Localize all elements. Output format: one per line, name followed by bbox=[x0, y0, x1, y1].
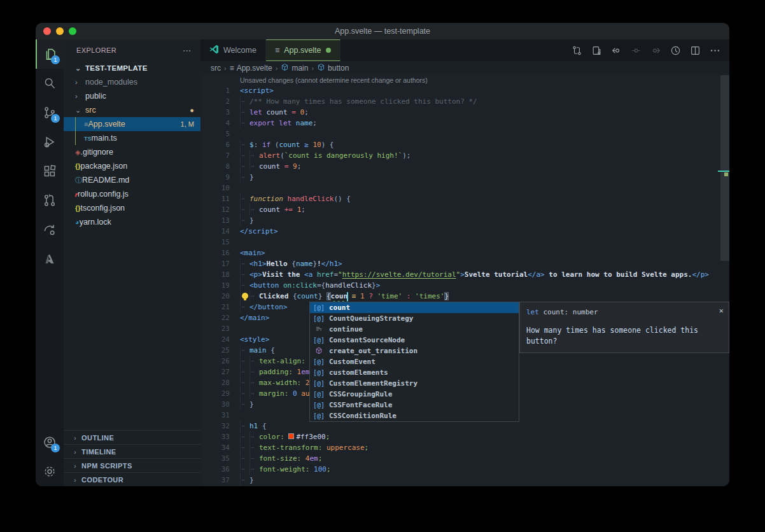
breadcrumb-item-button[interactable]: button bbox=[317, 63, 349, 73]
code-line-5[interactable]: 5 bbox=[200, 129, 729, 139]
code-line-18[interactable]: 18→<p>Visit the <a href="https://svelte.… bbox=[200, 269, 729, 280]
tree-item--gitignore[interactable]: ◈.gitignore bbox=[64, 145, 200, 159]
timeline-icon[interactable] bbox=[668, 43, 682, 57]
modified-dot-icon[interactable] bbox=[326, 48, 331, 53]
code-line-36[interactable]: 36→→font-weight: 100; bbox=[200, 464, 729, 475]
token: 0 bbox=[293, 389, 301, 398]
live-share-icon[interactable] bbox=[36, 215, 64, 244]
token: : bbox=[301, 357, 309, 365]
suggestion-countqueuingstrategy[interactable]: [@]CountQueuingStrategy bbox=[310, 313, 519, 324]
code-line-14[interactable]: 14</script> bbox=[200, 226, 729, 237]
token: 'times' bbox=[415, 292, 444, 300]
json-file-icon: {} bbox=[75, 204, 81, 213]
code-line-2[interactable]: 2→/** How many times has someone clicked… bbox=[200, 96, 729, 107]
code-line-17[interactable]: 17→<h1>Hello {name}!</h1> bbox=[200, 258, 729, 269]
git-status-badge: 1, M bbox=[181, 120, 194, 128]
codelens-annotation[interactable]: Unsaved changes (cannot determine recent… bbox=[200, 75, 729, 85]
split-editor-icon[interactable] bbox=[688, 43, 702, 57]
extensions-icon[interactable] bbox=[36, 157, 64, 186]
color-swatch[interactable] bbox=[288, 433, 294, 439]
code-editor[interactable]: Unsaved changes (cannot determine recent… bbox=[200, 75, 729, 486]
symbol-cube-icon bbox=[317, 63, 325, 73]
suggestion-cssconditionrule[interactable]: [@]CSSConditionRule bbox=[310, 410, 519, 421]
sidebar-panel-outline[interactable]: ›OUTLINE bbox=[64, 430, 200, 444]
suggestion-customelements[interactable]: [@]customElements bbox=[310, 367, 519, 378]
code-line-20[interactable]: 20→→Clicked {count} {coun ≡ 1 ? 'time' :… bbox=[200, 291, 729, 302]
code-line-35[interactable]: 35→→font-size: 4em; bbox=[200, 453, 729, 464]
tree-item-rollup-config-js[interactable]: 𝙧rollup.config.js bbox=[64, 187, 200, 201]
token: } bbox=[249, 173, 254, 181]
pull-requests-icon[interactable] bbox=[36, 186, 64, 215]
tree-item-readme-md[interactable]: ⓘREADME.md bbox=[64, 173, 200, 187]
previous-change-icon[interactable] bbox=[609, 43, 623, 57]
sidebar-panel-codetour[interactable]: ›CODETOUR bbox=[64, 472, 200, 486]
azure-icon[interactable] bbox=[36, 244, 64, 274]
code-line-7[interactable]: 7→→alert(`count is dangerously high!`); bbox=[200, 150, 729, 161]
code-line-16[interactable]: 16<main> bbox=[200, 248, 729, 258]
source-control-icon[interactable]: 1 bbox=[36, 98, 64, 127]
breadcrumb-item-main[interactable]: main bbox=[281, 63, 308, 73]
token: ; bbox=[297, 162, 302, 171]
sidebar-panel-npm-scripts[interactable]: ›NPM SCRIPTS bbox=[64, 458, 200, 472]
more-actions-icon[interactable] bbox=[708, 43, 722, 57]
code-line-11[interactable]: 11→function handleClick() { bbox=[200, 193, 729, 204]
suggestion-customevent[interactable]: [@]CustomEvent bbox=[310, 356, 519, 367]
run-debug-icon[interactable] bbox=[36, 127, 64, 157]
tree-item-node-modules[interactable]: ›node_modules bbox=[64, 75, 200, 89]
code-line-10[interactable]: 10 bbox=[200, 183, 729, 193]
suggestion-customelementregistry[interactable]: [@]CustomElementRegistry bbox=[310, 378, 519, 389]
tree-item-yarn-lock[interactable]: ◕yarn.lock bbox=[64, 215, 200, 229]
suggestion-cssgroupingrule[interactable]: [@]CSSGroupingRule bbox=[310, 389, 519, 400]
code-line-4[interactable]: 4→export let name; bbox=[200, 118, 729, 129]
code-line-3[interactable]: 3→let count = 0; bbox=[200, 107, 729, 118]
tree-item-package-json[interactable]: {}package.json bbox=[64, 159, 200, 173]
line-number: 5 bbox=[200, 129, 230, 139]
line-number: 16 bbox=[200, 248, 230, 258]
tree-item-app-svelte[interactable]: ≡App.svelte1, M bbox=[64, 117, 200, 131]
source-control-compare-icon[interactable] bbox=[570, 43, 584, 57]
breadcrumb-item-app-svelte[interactable]: ≡App.svelte bbox=[230, 64, 272, 73]
tree-item-src[interactable]: ⌄src● bbox=[64, 103, 200, 117]
tab-app-svelte[interactable]: ≡App.svelte bbox=[266, 39, 340, 61]
code-line-33[interactable]: 33→→color: #ff3e00; bbox=[200, 431, 729, 442]
account-icon[interactable]: 1 bbox=[36, 428, 64, 457]
breadcrumb-item-src[interactable]: src bbox=[211, 64, 221, 73]
code-line-6[interactable]: 6→$: if (count ≥ 10) { bbox=[200, 139, 729, 150]
sidebar-panel-timeline[interactable]: ›TIMELINE bbox=[64, 444, 200, 458]
tab-welcome[interactable]: Welcome bbox=[200, 39, 266, 61]
line-number: 33 bbox=[200, 431, 230, 442]
code-line-32[interactable]: 32→h1 { bbox=[200, 421, 729, 431]
suggestion-constantsourcenode[interactable]: [@]ConstantSourceNode bbox=[310, 335, 519, 346]
tree-item-public[interactable]: ›public bbox=[64, 89, 200, 103]
suggestion-cssfontfacerule[interactable]: [@]CSSFontFaceRule bbox=[310, 400, 519, 410]
tree-item-main-ts[interactable]: TSmain.ts bbox=[64, 131, 200, 145]
suggestion-continue[interactable]: continue bbox=[310, 324, 519, 335]
tree-root-folder[interactable]: ⌄TEST-TEMPLATE bbox=[64, 61, 200, 75]
open-changes-icon[interactable] bbox=[589, 43, 603, 57]
indent-guide: → bbox=[249, 367, 259, 377]
tree-item-tsconfig-json[interactable]: {}tsconfig.json bbox=[64, 201, 200, 215]
settings-icon[interactable] bbox=[36, 457, 64, 486]
search-icon[interactable] bbox=[36, 69, 64, 98]
editor-scrollbar[interactable] bbox=[720, 75, 729, 261]
code-line-8[interactable]: 8→→count = 9; bbox=[200, 161, 729, 172]
code-line-9[interactable]: 9→} bbox=[200, 172, 729, 183]
close-icon[interactable]: ✕ bbox=[719, 305, 724, 316]
suggestion-count[interactable]: [@]count bbox=[310, 302, 519, 313]
token: } bbox=[249, 216, 254, 225]
explorer-icon[interactable]: 1 bbox=[36, 39, 64, 69]
lightbulb-quickfix-icon[interactable] bbox=[242, 293, 248, 299]
token: href bbox=[317, 270, 334, 279]
suggestion-create_out_transition[interactable]: create_out_transition bbox=[310, 346, 519, 356]
line-number: 2 bbox=[200, 96, 230, 107]
code-line-13[interactable]: 13→} bbox=[200, 215, 729, 226]
title-bar[interactable]: App.svelte — test-template bbox=[36, 23, 729, 39]
code-line-34[interactable]: 34→→text-transform: uppercase; bbox=[200, 442, 729, 453]
code-line-19[interactable]: 19→<button on:click={handleClick}> bbox=[200, 280, 729, 291]
explorer-more-actions-icon[interactable]: ⋯ bbox=[183, 46, 192, 55]
breadcrumb[interactable]: src›≡App.svelte›main›button bbox=[200, 61, 729, 75]
code-line-12[interactable]: 12→→count += 1; bbox=[200, 204, 729, 215]
code-line-37[interactable]: 37→} bbox=[200, 475, 729, 486]
code-line-1[interactable]: 1<script> bbox=[200, 85, 729, 96]
code-line-15[interactable]: 15 bbox=[200, 237, 729, 248]
